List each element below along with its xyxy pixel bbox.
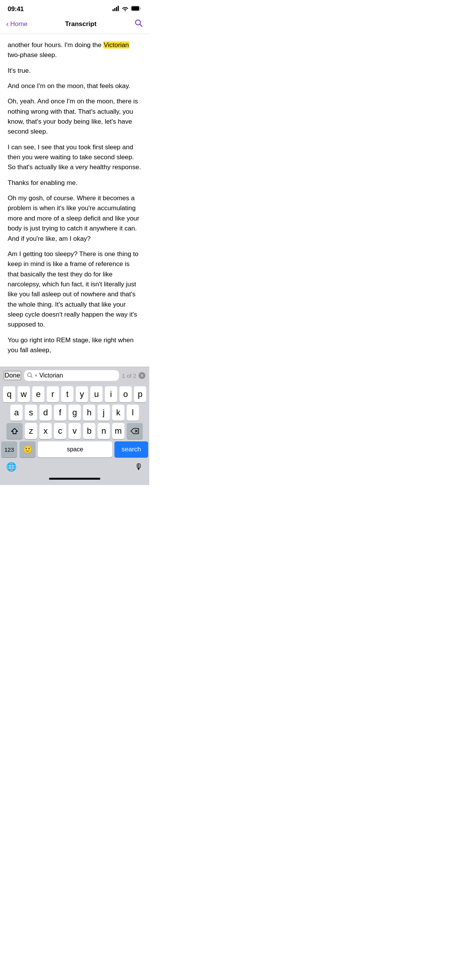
key-a[interactable]: a	[10, 405, 23, 421]
keyboard-bottom-row: 123 🙂 space search	[0, 439, 149, 460]
battery-icon	[131, 6, 142, 13]
nav-bar: ‹ Home Transcript	[0, 15, 149, 34]
svg-rect-2	[116, 7, 117, 11]
status-bar: 09:41	[0, 0, 149, 15]
key-j[interactable]: j	[98, 405, 110, 421]
key-v[interactable]: v	[69, 423, 81, 439]
find-toolbar: Done ▾ 1 of 2	[0, 367, 149, 384]
svg-line-9	[31, 376, 32, 377]
key-e[interactable]: e	[32, 386, 44, 402]
key-w[interactable]: w	[18, 386, 30, 402]
key-shift[interactable]	[7, 423, 23, 439]
find-search-icon	[27, 372, 33, 379]
find-count-text: 1 of 2	[122, 372, 137, 379]
signal-icon	[113, 6, 119, 13]
keyboard-accessories: 🌐 🎙	[0, 460, 149, 472]
paragraph-4: Oh, yeah. And once I'm on the moon, ther…	[8, 96, 142, 137]
key-q[interactable]: q	[3, 386, 15, 402]
paragraph-9: You go right into REM stage, like right …	[8, 335, 142, 356]
key-numbers[interactable]: 123	[1, 441, 17, 457]
key-space[interactable]: space	[38, 441, 112, 457]
key-emoji[interactable]: 🙂	[20, 441, 36, 457]
key-mic-button[interactable]: 🎙	[135, 462, 143, 472]
svg-rect-5	[132, 7, 139, 11]
find-count: 1 of 2	[122, 372, 146, 379]
status-icons	[113, 6, 142, 13]
key-p[interactable]: p	[134, 386, 146, 402]
svg-rect-3	[118, 6, 119, 11]
paragraph-2: It's true.	[8, 66, 142, 76]
key-f[interactable]: f	[54, 405, 66, 421]
keyboard-row-2: a s d f g h j k l	[0, 402, 149, 421]
highlight-victorian-1: Victorian	[103, 41, 129, 49]
search-button[interactable]	[134, 18, 143, 30]
key-search[interactable]: search	[114, 441, 148, 457]
key-y[interactable]: y	[76, 386, 88, 402]
paragraph-1: another four hours. I'm doing the Victor…	[8, 40, 142, 60]
key-i[interactable]: i	[105, 386, 117, 402]
paragraph-5: I can see, I see that you took first sle…	[8, 142, 142, 173]
key-n[interactable]: n	[98, 423, 110, 439]
home-bar	[49, 478, 100, 480]
transcript-content: another four hours. I'm doing the Victor…	[0, 34, 149, 367]
page-title: Transcript	[65, 20, 96, 28]
back-button[interactable]: ‹ Home	[6, 20, 28, 28]
key-r[interactable]: r	[47, 386, 59, 402]
back-chevron-icon: ‹	[6, 20, 9, 28]
keyboard-row-3: z x c v b n m	[0, 421, 149, 439]
key-g[interactable]: g	[69, 405, 81, 421]
key-k[interactable]: k	[112, 405, 124, 421]
paragraph-6: Thanks for enabling me.	[8, 178, 142, 188]
wifi-icon	[122, 6, 129, 13]
key-c[interactable]: c	[54, 423, 66, 439]
back-label: Home	[10, 20, 28, 28]
paragraph-8: Am I getting too sleepy? There is one th…	[8, 249, 142, 330]
find-search-container: ▾	[24, 370, 119, 381]
keyboard-row-1: q w e r t y u i o p	[0, 384, 149, 402]
key-x[interactable]: x	[39, 423, 52, 439]
key-d[interactable]: d	[39, 405, 52, 421]
key-u[interactable]: u	[90, 386, 103, 402]
paragraph-3: And once I'm on the moon, that feels oka…	[8, 81, 142, 91]
find-clear-button[interactable]	[139, 372, 145, 379]
key-l[interactable]: l	[127, 405, 139, 421]
key-delete[interactable]	[127, 423, 143, 439]
key-b[interactable]: b	[83, 423, 95, 439]
key-t[interactable]: t	[61, 386, 73, 402]
svg-rect-1	[114, 8, 116, 11]
svg-rect-0	[113, 9, 114, 11]
key-globe-button[interactable]: 🌐	[6, 462, 16, 472]
key-h[interactable]: h	[83, 405, 95, 421]
home-indicator	[0, 472, 149, 485]
key-o[interactable]: o	[119, 386, 132, 402]
keyboard: q w e r t y u i o p a s d f g h j k l z …	[0, 384, 149, 485]
find-done-button[interactable]: Done	[4, 371, 21, 380]
key-z[interactable]: z	[25, 423, 37, 439]
paragraph-7: Oh my gosh, of course. Where it becomes …	[8, 193, 142, 244]
status-time: 09:41	[8, 5, 24, 13]
find-search-chevron-icon: ▾	[35, 373, 37, 378]
key-s[interactable]: s	[25, 405, 37, 421]
find-prev-button[interactable]	[148, 371, 149, 381]
svg-line-7	[140, 24, 142, 27]
find-search-input[interactable]	[39, 372, 116, 379]
key-m[interactable]: m	[112, 423, 124, 439]
